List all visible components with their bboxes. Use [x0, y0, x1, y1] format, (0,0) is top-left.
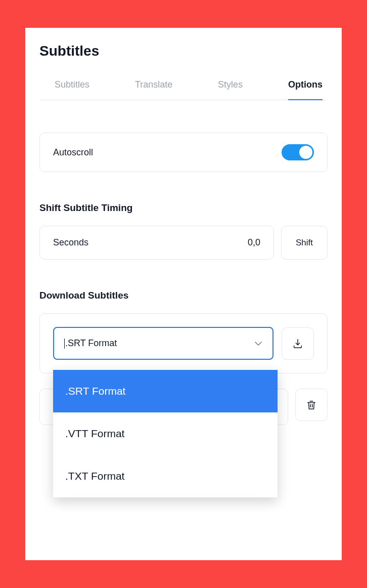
tabs: Subtitles Translate Styles Options — [39, 79, 328, 100]
format-option-txt[interactable]: .TXT Format — [53, 455, 278, 497]
seconds-value: 0,0 — [248, 237, 260, 248]
shift-section: Shift Subtitle Timing Seconds 0,0 Shift — [39, 202, 328, 260]
chevron-down-icon — [254, 340, 262, 348]
format-select-value: .SRT Format — [64, 338, 117, 349]
autoscroll-card: Autoscroll — [39, 133, 328, 172]
tab-translate[interactable]: Translate — [135, 79, 172, 100]
trash-icon — [306, 399, 317, 411]
download-card: .SRT Format .SRT Format .VT — [39, 313, 328, 373]
format-option-vtt[interactable]: .VTT Format — [53, 412, 278, 455]
text-caret — [64, 339, 65, 349]
page-title: Subtitles — [39, 43, 328, 59]
delete-button[interactable] — [295, 389, 328, 421]
download-icon — [292, 338, 303, 349]
shift-button[interactable]: Shift — [281, 226, 328, 260]
tab-options[interactable]: Options — [288, 79, 323, 100]
shift-section-title: Shift Subtitle Timing — [39, 202, 328, 214]
toggle-knob — [299, 146, 312, 159]
format-select-text: .SRT Format — [65, 338, 117, 349]
autoscroll-toggle[interactable] — [282, 144, 314, 160]
subtitles-panel: Subtitles Subtitles Translate Styles Opt… — [25, 28, 342, 560]
format-dropdown: .SRT Format .VTT Format .TXT Format — [53, 370, 278, 497]
download-section: Download Subtitles .SRT Format — [39, 290, 328, 425]
autoscroll-label: Autoscroll — [53, 147, 93, 158]
format-option-srt[interactable]: .SRT Format — [53, 370, 278, 412]
tab-subtitles[interactable]: Subtitles — [55, 79, 89, 100]
seconds-input[interactable]: Seconds 0,0 — [39, 226, 274, 260]
download-section-title: Download Subtitles — [39, 290, 328, 301]
seconds-label: Seconds — [53, 237, 88, 248]
download-button[interactable] — [282, 327, 314, 360]
format-select[interactable]: .SRT Format — [53, 327, 273, 360]
tab-styles[interactable]: Styles — [218, 79, 243, 100]
shift-row: Seconds 0,0 Shift — [39, 226, 328, 260]
